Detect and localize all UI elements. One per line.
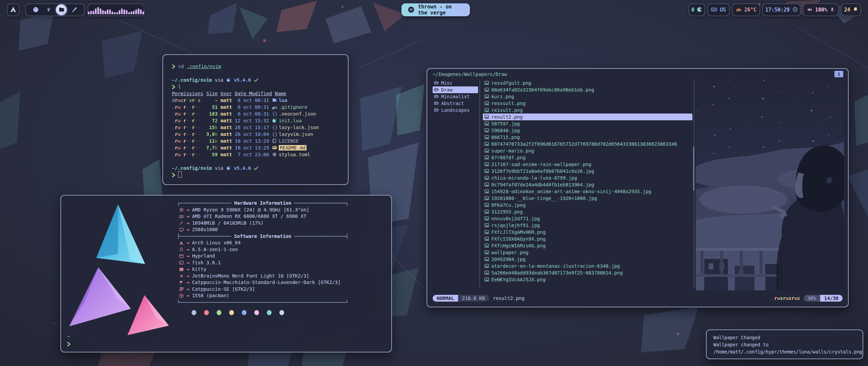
workspace-brush[interactable] [69, 4, 80, 15]
file-row[interactable]: 596848.jpg [483, 127, 692, 134]
weather-module[interactable]: 26°C [732, 3, 760, 16]
file-row[interactable]: 217167-sad-anime-rain-wallpaper.png [483, 161, 692, 168]
memory-icon [177, 221, 186, 225]
image-file-icon [484, 134, 489, 141]
cava-bar [138, 8, 139, 14]
image-preview-pane [696, 78, 844, 290]
workspace-folder[interactable] [56, 4, 67, 15]
palette-dot [229, 310, 234, 315]
audio-module[interactable]: 100% [803, 3, 839, 16]
file-row[interactable]: result2.png [483, 114, 692, 120]
file-row[interactable]: EeNKYgIUcAAJ5JX.png [483, 276, 692, 283]
file-row[interactable]: 20492984.jpg [483, 256, 692, 263]
gear-icon [272, 151, 279, 158]
palette-dot [267, 310, 272, 315]
file-row[interactable]: 68747470733a2f2f696d616765732d7769786d70… [483, 141, 692, 147]
shell-icon [177, 260, 186, 265]
fetch-info-row: →AMD Ryzen 9 5900X (24) @ 4.9GHz [61.3°o… [177, 207, 349, 214]
svg-text:V: V [47, 7, 50, 12]
file-row[interactable]: resssult.png [483, 100, 692, 107]
firefox-icon [33, 6, 39, 13]
tab-badge[interactable]: 1 [834, 71, 843, 77]
temperature: 26°C [744, 7, 756, 13]
fetch-info-panel: ┌────────────────── Hardware Information… [177, 200, 349, 306]
cava-bar [140, 9, 142, 14]
file-row[interactable]: rsjqojlmjhf91.jpg [483, 222, 692, 229]
launcher-button[interactable] [7, 3, 20, 16]
file-row[interactable]: 3122955.png [483, 208, 692, 215]
scrollbar[interactable] [693, 147, 694, 191]
workspace-firefox[interactable] [30, 4, 41, 15]
ls-row: .rw-r--r-- 51 matt 6 oct 00:31 git.gitig… [172, 104, 339, 110]
updates-module[interactable]: 0 [688, 3, 705, 16]
file-row[interactable]: 19201080-__blue-tinge__-1920×1080.jpg [483, 195, 692, 202]
fetch-prompt[interactable]: ~ [67, 333, 71, 348]
notification-popup[interactable]: Wallpaper Changed Wallpaper changed to /… [706, 329, 863, 359]
image-file-icon [484, 93, 489, 100]
cava-bar [121, 8, 123, 14]
file-row[interactable]: 0c794faf07de24a4db4d4fb1eb813964.jpg [483, 181, 692, 188]
cava-bar [128, 12, 130, 14]
file-row[interactable]: 8FKa7Cu.jpeg [483, 202, 692, 208]
image-file-icon [484, 154, 489, 161]
fetch-window[interactable]: ┌────────────────── Hardware Information… [60, 195, 392, 352]
file-row[interactable]: 3126f7e9bbf21a8a4af0b67b041c6e26.jpg [483, 168, 692, 175]
check-icon [254, 77, 258, 83]
keyboard-layout-module[interactable]: US [707, 3, 730, 16]
sidebar-directory[interactable]: Misc [433, 80, 478, 86]
file-row[interactable]: FXfcII0X0AQyn9X.png [483, 236, 692, 242]
file-row[interactable]: ressdfgult.png [483, 80, 692, 86]
file-row[interactable]: 5a266e448add93deab367d87173e9f25-6837886… [483, 269, 692, 276]
moon-icon [272, 117, 279, 124]
terminal-command-line: l [172, 83, 339, 90]
ls-row: .rw-r--r-- 3,0k matt 26 oct 10:04 {}lazy… [172, 131, 339, 138]
terminal-icon [177, 267, 186, 272]
sidebar-directory[interactable]: Landscapes [433, 107, 478, 114]
clock-time: 17:50:29 [765, 7, 790, 13]
terminal-window[interactable]: cd .config/nvim ~/.config/nvim via v5.4.… [162, 54, 349, 185]
file-row[interactable]: 08a634fa02a32364f69ebc86a98eb1eb.png [483, 86, 692, 93]
notifications-module[interactable]: 24 [841, 3, 861, 16]
file-permissions: -rwxrwxrwx [771, 296, 800, 301]
file-row[interactable]: FXfcJlTXgAMvH6R.png [483, 229, 692, 236]
workspace-vim[interactable]: V [43, 4, 54, 15]
palette-dot [242, 310, 246, 315]
file-size: 218.8 KB [458, 295, 489, 302]
file-row[interactable]: wallpaper.png [483, 249, 692, 256]
file-row[interactable]: chica-mirando-la-luna-8799.jpg [483, 175, 692, 181]
folder-open-icon [434, 86, 439, 93]
music-player-pill[interactable]: thrown - on the verge [401, 3, 470, 16]
file-row[interactable]: super-mario.png [483, 147, 692, 154]
clock-module[interactable]: 17:50:29 [762, 3, 801, 16]
file-row[interactable]: nnvuv0xj2df71.jpg [483, 215, 692, 222]
file-row[interactable]: FXfcHgcWIAMzs0G.png [483, 242, 692, 249]
terminal-color-palette [192, 310, 284, 315]
file-row[interactable]: 154928-odinokoe_anime-art-anime-okno-sin… [483, 188, 692, 195]
file-manager-window[interactable]: ~/Imagenes/Wallpapers/Draw 1 MiscDrawMin… [427, 68, 849, 307]
image-file-icon [484, 141, 489, 147]
fetch-info-row: →10948MiB / 64183MiB (17%) [177, 220, 349, 227]
image-file-icon [484, 188, 489, 195]
section-title: ├────────────────── Software Information… [177, 233, 349, 240]
palette-dot [254, 310, 259, 315]
clock-icon [792, 7, 798, 13]
fetch-info-row: →Arch Linux x86_64 [177, 240, 349, 246]
fetch-info-row: →1558 (pacman) [177, 292, 349, 299]
terminal-cursor [178, 171, 182, 178]
file-row[interactable]: 87r687df.png [483, 154, 692, 161]
file-row[interactable]: re1sult.png [483, 107, 692, 114]
sidebar-directory[interactable]: Minimalist [433, 93, 478, 100]
cava-bar [109, 9, 111, 14]
terminal-command-line: cd .config/nvim [172, 63, 339, 70]
notification-count: 24 [844, 7, 850, 13]
file-row[interactable]: 587597.jpg [483, 120, 692, 127]
ls-row: drwxr-xr-x - matt 6 oct 00:31 lua [172, 97, 339, 104]
file-row[interactable]: atardecer-en-la-montanas-ilustracion-634… [483, 263, 692, 269]
terminal-prompt-line[interactable] [172, 171, 339, 178]
image-file-icon [484, 229, 489, 236]
mode-badge: NORMAL [433, 295, 458, 302]
file-row[interactable]: 866715.png [483, 134, 692, 141]
sidebar-directory[interactable]: Abstract [433, 100, 478, 107]
file-row[interactable]: kurz.png [483, 93, 692, 100]
sidebar-directory[interactable]: Draw [433, 86, 478, 93]
